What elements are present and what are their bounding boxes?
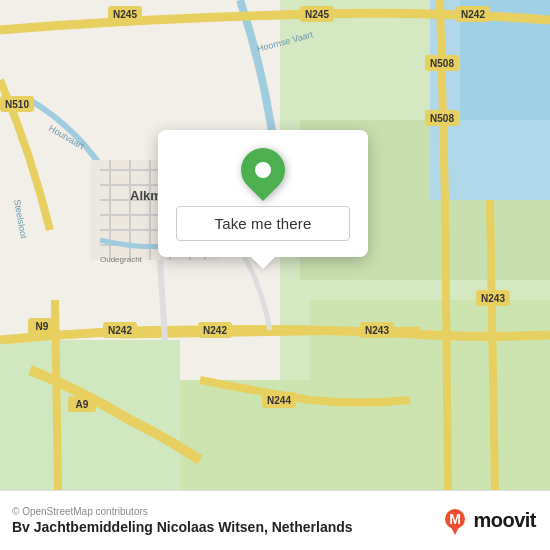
map-pin-icon — [232, 139, 294, 201]
svg-text:N508: N508 — [430, 113, 454, 124]
svg-text:N245: N245 — [305, 9, 329, 20]
moovit-text: moovit — [473, 509, 536, 532]
svg-text:A9: A9 — [76, 399, 89, 410]
location-name: Bv Jachtbemiddeling Nicolaas Witsen, Net… — [12, 519, 353, 535]
svg-text:Oudegracht: Oudegracht — [100, 255, 143, 264]
svg-text:N508: N508 — [430, 58, 454, 69]
moovit-icon: M — [441, 507, 469, 535]
svg-rect-4 — [0, 340, 180, 490]
svg-text:N245: N245 — [113, 9, 137, 20]
svg-text:N242: N242 — [108, 325, 132, 336]
svg-marker-54 — [451, 527, 459, 535]
svg-text:N9: N9 — [36, 321, 49, 332]
popup-card: Take me there — [158, 130, 368, 257]
svg-text:N242: N242 — [203, 325, 227, 336]
svg-text:N243: N243 — [365, 325, 389, 336]
take-me-there-button[interactable]: Take me there — [176, 206, 350, 241]
svg-text:N244: N244 — [267, 395, 291, 406]
svg-text:M: M — [450, 511, 462, 527]
pin-dot — [255, 162, 271, 178]
moovit-logo: M moovit — [441, 507, 536, 535]
footer-bar: © OpenStreetMap contributors Bv Jachtbem… — [0, 490, 550, 550]
map-container: N245 N245 N242 N508 N508 N243 N242 N243 … — [0, 0, 550, 490]
osm-attribution: © OpenStreetMap contributors — [12, 506, 353, 517]
svg-text:N510: N510 — [5, 99, 29, 110]
footer-left: © OpenStreetMap contributors Bv Jachtbem… — [12, 506, 353, 535]
svg-text:N242: N242 — [461, 9, 485, 20]
svg-text:N243: N243 — [481, 293, 505, 304]
